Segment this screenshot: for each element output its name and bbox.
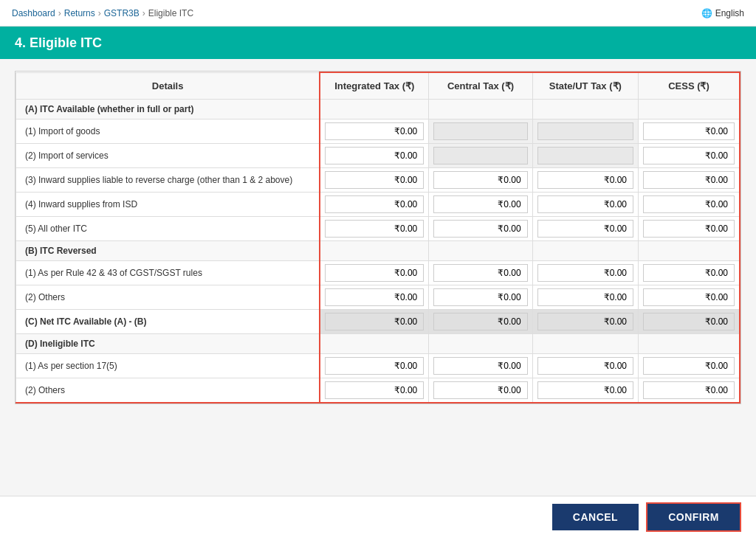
cell-A5-state[interactable] — [532, 217, 638, 241]
cell-B1-cess[interactable] — [638, 261, 740, 285]
row-label: (1) As per section 17(5) — [16, 354, 320, 378]
computed-row-label: (C) Net ITC Available (A) - (B) — [16, 310, 320, 334]
input-A3-cess[interactable] — [643, 171, 735, 189]
breadcrumb-returns[interactable]: Returns — [64, 8, 95, 18]
input-B2-central[interactable] — [433, 288, 527, 306]
cell-A3-central[interactable] — [429, 168, 532, 193]
row-label: (5) All other ITC — [16, 217, 320, 241]
cell-A5-cess[interactable] — [638, 217, 740, 241]
cell-A4-state[interactable] — [532, 193, 638, 217]
cell-A4-cess[interactable] — [638, 193, 740, 217]
header-central-tax: Central Tax (₹) — [429, 72, 532, 100]
input-D2-state[interactable] — [537, 381, 633, 399]
row-label: (3) Inward supplies liable to reverse ch… — [16, 168, 320, 193]
cell-D2-state[interactable] — [532, 378, 638, 403]
cell-D2-integrated[interactable] — [320, 378, 428, 403]
cell-A3-cess[interactable] — [638, 168, 740, 193]
cell-A2-state — [532, 144, 638, 168]
section-header-label: (B) ITC Reversed — [16, 241, 320, 261]
cell-B2-integrated[interactable] — [320, 285, 428, 310]
globe-icon: 🌐 — [701, 8, 712, 18]
input-A2-cess[interactable] — [643, 147, 735, 164]
input-D1-state[interactable] — [537, 357, 633, 375]
top-bar: Dashboard › Returns › GSTR3B › Eligible … — [0, 0, 756, 27]
cell-B2-state[interactable] — [532, 285, 638, 310]
input-A5-cess[interactable] — [643, 220, 735, 238]
input-A5-integrated[interactable] — [325, 220, 424, 238]
row-label: (2) Import of services — [16, 144, 320, 168]
cell-D1-integrated[interactable] — [320, 354, 428, 378]
breadcrumb-gstr3b[interactable]: GSTR3B — [104, 8, 140, 18]
input-D1-cess[interactable] — [643, 357, 735, 375]
itc-table: Details Integrated Tax (₹) Central Tax (… — [16, 72, 740, 403]
row-label: (1) Import of goods — [16, 119, 320, 144]
cell-D2-central[interactable] — [429, 378, 532, 403]
input-B2-state[interactable] — [537, 288, 633, 306]
language-selector[interactable]: 🌐 English — [701, 8, 744, 18]
input-B1-cess[interactable] — [643, 264, 735, 282]
breadcrumb: Dashboard › Returns › GSTR3B › Eligible … — [12, 8, 193, 18]
input-B2-integrated[interactable] — [325, 288, 424, 306]
row-label: (1) As per Rule 42 & 43 of CGST/SGST rul… — [16, 261, 320, 285]
cell-B1-state[interactable] — [532, 261, 638, 285]
cell-D1-central[interactable] — [429, 354, 532, 378]
cell-A2-integrated[interactable] — [320, 144, 428, 168]
cell-B1-central[interactable] — [429, 261, 532, 285]
input-A3-integrated[interactable] — [325, 171, 424, 189]
cell-A4-central[interactable] — [429, 193, 532, 217]
input-A4-cess[interactable] — [643, 195, 735, 213]
input-B2-cess[interactable] — [643, 288, 735, 306]
cell-A3-integrated[interactable] — [320, 168, 428, 193]
input-D2-cess[interactable] — [643, 381, 735, 399]
cell-B2-central[interactable] — [429, 285, 532, 310]
header-details: Details — [16, 72, 320, 100]
cell-A4-integrated[interactable] — [320, 193, 428, 217]
input-B1-central[interactable] — [433, 264, 527, 282]
header-state-tax: State/UT Tax (₹) — [532, 72, 638, 100]
cell-A1-integrated[interactable] — [320, 119, 428, 144]
cell-A1-cess[interactable] — [638, 119, 740, 144]
input-A4-integrated[interactable] — [325, 195, 424, 213]
confirm-button[interactable]: CONFIRM — [646, 502, 741, 532]
row-label: (2) Others — [16, 285, 320, 310]
cell-A2-central — [429, 144, 532, 168]
input-A3-central[interactable] — [433, 171, 527, 189]
input-A1-cess[interactable] — [643, 122, 735, 140]
cell-D2-cess[interactable] — [638, 378, 740, 403]
input-D1-central[interactable] — [433, 357, 527, 375]
page-header: 4. Eligible ITC — [0, 27, 756, 59]
input-A4-state[interactable] — [537, 195, 633, 213]
input-A5-state[interactable] — [537, 220, 633, 238]
breadcrumb-dashboard[interactable]: Dashboard — [12, 8, 55, 18]
cell-B1-integrated[interactable] — [320, 261, 428, 285]
input-A1-integrated[interactable] — [325, 122, 424, 140]
cell-B2-cess[interactable] — [638, 285, 740, 310]
input-A2-integrated[interactable] — [325, 147, 424, 164]
itc-table-container: Details Integrated Tax (₹) Central Tax (… — [15, 71, 741, 404]
cancel-button[interactable]: CANCEL — [552, 504, 639, 530]
section-header-label: (A) ITC Available (whether in full or pa… — [16, 100, 320, 119]
input-D2-central[interactable] — [433, 381, 527, 399]
language-label: English — [715, 8, 744, 18]
header-integrated-tax: Integrated Tax (₹) — [320, 72, 428, 100]
input-A3-state[interactable] — [537, 171, 633, 189]
cell-A2-cess[interactable] — [638, 144, 740, 168]
cell-A3-state[interactable] — [532, 168, 638, 193]
input-B1-integrated[interactable] — [325, 264, 424, 282]
input-B1-state[interactable] — [537, 264, 633, 282]
cell-A1-state — [532, 119, 638, 144]
input-D2-integrated[interactable] — [325, 381, 424, 399]
content-area: Details Integrated Tax (₹) Central Tax (… — [0, 59, 756, 496]
cell-A1-central — [429, 119, 532, 144]
input-D1-integrated[interactable] — [325, 357, 424, 375]
cell-D1-cess[interactable] — [638, 354, 740, 378]
cell-D1-state[interactable] — [532, 354, 638, 378]
input-A4-central[interactable] — [433, 195, 527, 213]
row-label: (2) Others — [16, 378, 320, 403]
input-A5-central[interactable] — [433, 220, 527, 238]
cell-A5-integrated[interactable] — [320, 217, 428, 241]
section-header-label: (D) Ineligible ITC — [16, 334, 320, 354]
page-title: 4. Eligible ITC — [15, 35, 102, 51]
cell-A5-central[interactable] — [429, 217, 532, 241]
row-label: (4) Inward supplies from ISD — [16, 193, 320, 217]
